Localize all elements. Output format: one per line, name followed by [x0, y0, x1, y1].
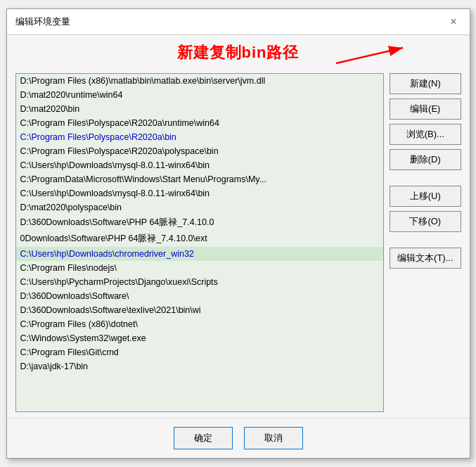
list-item[interactable]: C:\Program Files\Polyspace\R2020a\runtim… [16, 116, 384, 130]
list-item[interactable]: D:\360Downloads\Software\texlive\2021\bi… [16, 303, 384, 317]
path-list-scroll[interactable]: D:\Program Files (x86)\matlab\bin\matlab… [16, 74, 384, 411]
list-item[interactable]: C:\Users\hp\Downloads\chromedriver_win32 [16, 247, 384, 261]
edit-button[interactable]: 编辑(E) [390, 98, 461, 120]
list-item[interactable]: C:\Windows\System32\wget.exe [16, 331, 384, 345]
content-area: D:\Program Files (x86)\matlab\bin\matlab… [7, 70, 470, 418]
buttons-panel: 新建(N) 编辑(E) 浏览(B)... 删除(D) 上移(U) 下移(O) 编… [390, 73, 461, 412]
dialog-title: 编辑环境变量 [15, 15, 70, 28]
cancel-button[interactable]: 取消 [244, 427, 303, 449]
list-item[interactable]: D:\360Downloads\Software\ [16, 289, 384, 303]
list-item[interactable]: D:\mat2020\bin [16, 102, 384, 116]
move-up-button[interactable]: 上移(U) [390, 186, 461, 207]
list-item[interactable]: D:\360Downloads\Software\PHP 64脈禄_7.4.10… [16, 215, 384, 231]
list-item[interactable]: C:\Program Files (x86)\dotnet\ [16, 317, 384, 331]
annotation-area: 新建复制bin路径 [7, 35, 470, 70]
list-item[interactable]: C:\ProgramData\Microsoft\Windows\Start M… [16, 172, 384, 186]
list-item[interactable]: C:\Program Files\Git\cmd [16, 345, 384, 359]
new-button[interactable]: 新建(N) [390, 73, 461, 94]
list-item[interactable]: D:\mat2020\polyspace\bin [16, 200, 384, 215]
list-item[interactable]: D:\mat2020\runtime\win64 [16, 88, 384, 102]
list-item[interactable]: D:\java\jdk-17\bin [16, 359, 384, 373]
list-item[interactable]: C:\Users\hp\Downloads\mysql-8.0.11-winx6… [16, 186, 384, 200]
list-item[interactable]: C:\Users\hp\PycharmProjects\Django\xuexi… [16, 275, 384, 289]
list-item[interactable]: 0Downloads\Software\PHP 64脈禄_7.4.10.0\ex… [16, 231, 384, 247]
list-item[interactable]: C:\Users\hp\Downloads\mysql-8.0.11-winx6… [16, 158, 384, 172]
list-item[interactable]: C:\Program Files\Polyspace\R2020a\bin [16, 130, 384, 144]
list-item[interactable]: C:\Program Files\nodejs\ [16, 261, 384, 275]
path-list-container: D:\Program Files (x86)\matlab\bin\matlab… [15, 73, 385, 412]
close-button[interactable]: × [446, 15, 461, 29]
move-down-button[interactable]: 下移(O) [390, 211, 461, 232]
arrow-icon [329, 42, 413, 70]
footer: 确定 取消 [7, 418, 470, 458]
annotation-text: 新建复制bin路径 [177, 42, 300, 63]
edit-env-dialog: 编辑环境变量 × 新建复制bin路径 D:\Program Files (x86… [6, 8, 470, 459]
list-item[interactable]: C:\Program Files\Polyspace\R2020a\polysp… [16, 144, 384, 158]
delete-button[interactable]: 删除(D) [390, 149, 461, 170]
ok-button[interactable]: 确定 [174, 427, 233, 449]
edit-text-button[interactable]: 编辑文本(T)... [390, 248, 461, 269]
list-item[interactable]: D:\Program Files (x86)\matlab\bin\matlab… [16, 74, 384, 88]
browse-button[interactable]: 浏览(B)... [390, 124, 461, 145]
title-bar: 编辑环境变量 × [7, 9, 470, 35]
svg-line-1 [336, 48, 403, 63]
